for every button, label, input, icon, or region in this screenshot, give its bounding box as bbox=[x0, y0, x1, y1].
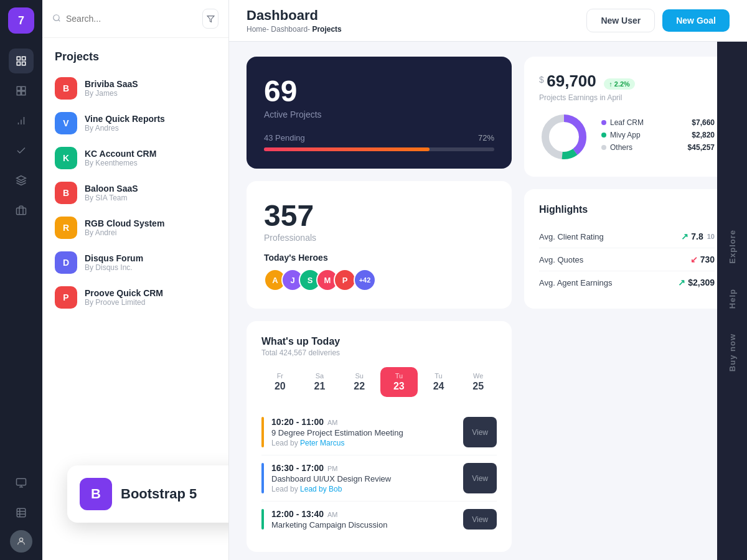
professionals-count: 357 bbox=[264, 198, 494, 233]
event-bar bbox=[261, 463, 264, 493]
highlight-label: Avg. Agent Earnings bbox=[539, 278, 613, 287]
svg-rect-13 bbox=[17, 478, 26, 485]
donut-section: Leaf CRM $7,660 Mivy App $2,820 Others $… bbox=[539, 112, 715, 162]
day-name: Tu bbox=[383, 372, 415, 380]
svg-rect-12 bbox=[17, 208, 26, 215]
nav-briefcase[interactable] bbox=[9, 198, 34, 223]
icon-sidebar: 7 bbox=[0, 0, 42, 560]
pending-label: 43 Pending bbox=[264, 133, 305, 142]
nav-check[interactable] bbox=[9, 138, 34, 163]
active-projects-card: 69 Active Projects 43 Pending 72% bbox=[247, 57, 512, 169]
svg-point-21 bbox=[54, 14, 59, 20]
svg-rect-4 bbox=[17, 86, 21, 90]
nav-chart[interactable] bbox=[9, 108, 34, 133]
header-right: New User New Goal bbox=[586, 9, 730, 32]
nav-dashboard[interactable] bbox=[9, 49, 34, 73]
event-time: 12:00 - 13:40 AM bbox=[271, 509, 456, 519]
calendar-day[interactable]: We 25 bbox=[459, 367, 497, 397]
project-name: Proove Quick CRM bbox=[85, 288, 163, 298]
svg-marker-11 bbox=[17, 176, 26, 181]
project-icon: K bbox=[55, 147, 77, 169]
app-badge[interactable]: 7 bbox=[8, 7, 34, 34]
project-item[interactable]: B Baloon SaaS By SIA Team bbox=[42, 175, 228, 210]
svg-rect-3 bbox=[22, 62, 26, 65]
trend-icon: ↗ bbox=[681, 231, 688, 241]
legend-name: Leaf CRM bbox=[610, 118, 644, 127]
project-item[interactable]: P Proove Quick CRM By Proove Limited bbox=[42, 280, 228, 315]
project-item[interactable]: B Briviba SaaS By James bbox=[42, 71, 228, 106]
nav-layers[interactable] bbox=[9, 168, 34, 193]
right-overlay: ExploreHelpBuy now bbox=[717, 42, 747, 560]
content-wrapper: 69 Active Projects 43 Pending 72% 3 bbox=[229, 42, 747, 560]
donut-chart bbox=[539, 112, 589, 162]
project-name: Briviba SaaS bbox=[85, 79, 138, 89]
new-user-button[interactable]: New User bbox=[586, 9, 655, 32]
nav-table[interactable] bbox=[9, 500, 34, 525]
day-name: We bbox=[462, 372, 494, 380]
schedule-card: What's up Today Total 424,567 deliveries… bbox=[247, 321, 512, 552]
project-item[interactable]: V Vine Quick Reports By Andres bbox=[42, 106, 228, 141]
nav-monitor[interactable] bbox=[9, 470, 34, 495]
calendar-day[interactable]: Tu 24 bbox=[420, 367, 458, 397]
project-item[interactable]: D Disqus Forum By Disqus Inc. bbox=[42, 245, 228, 280]
side-tab[interactable]: Help bbox=[720, 276, 745, 321]
legend-item: Others $45,257 bbox=[601, 143, 715, 152]
heroes-label: Today's Heroes bbox=[264, 253, 494, 263]
calendar-day[interactable]: Fr 20 bbox=[261, 367, 299, 397]
earnings-label: Projects Earnings in April bbox=[539, 93, 715, 102]
heroes-avatars: AJSMP+42 bbox=[264, 269, 494, 291]
event-view-button[interactable]: View bbox=[463, 509, 497, 530]
earnings-badge: ↑ 2.2% bbox=[604, 78, 635, 90]
new-goal-button[interactable]: New Goal bbox=[662, 9, 730, 32]
progress-bar bbox=[264, 147, 494, 151]
event-lead-link[interactable]: Lead by Bob bbox=[300, 485, 342, 493]
day-number: 22 bbox=[343, 381, 375, 392]
calendar-day[interactable]: Sa 21 bbox=[301, 367, 339, 397]
legend-value: $45,257 bbox=[688, 143, 715, 152]
highlights-list: Avg. Client Rating ↗ 7.810 Avg. Quotes ↙… bbox=[539, 225, 715, 294]
project-item[interactable]: K KC Account CRM By Keenthemes bbox=[42, 141, 228, 175]
event-bar bbox=[261, 509, 264, 530]
day-name: Fr bbox=[264, 372, 296, 380]
heroes-section: Today's Heroes AJSMP+42 bbox=[264, 253, 494, 291]
project-name: Disqus Forum bbox=[85, 253, 143, 263]
search-input[interactable] bbox=[66, 14, 197, 24]
search-bar bbox=[42, 0, 228, 38]
day-number: 25 bbox=[462, 381, 494, 392]
side-tabs: ExploreHelpBuy now bbox=[720, 217, 745, 384]
projects-title: Projects bbox=[42, 38, 228, 71]
schedule-subtitle: Total 424,567 deliveries bbox=[261, 348, 497, 357]
main-content: Dashboard Home- Dashboard- Projects New … bbox=[229, 0, 747, 560]
project-item[interactable]: R RGB Cloud System By Andrei bbox=[42, 210, 228, 245]
projects-sidebar: Projects B Briviba SaaS By James V Vine … bbox=[42, 0, 229, 560]
legend-value: $7,660 bbox=[692, 118, 715, 127]
project-by: By Andrei bbox=[85, 228, 164, 237]
side-tab[interactable]: Explore bbox=[720, 217, 745, 276]
legend-dot bbox=[601, 120, 606, 125]
project-info: Vine Quick Reports By Andres bbox=[85, 114, 165, 133]
earnings-card: $ 69,700 ↑ 2.2% Projects Earnings in Apr… bbox=[524, 57, 730, 177]
project-by: By Proove Limited bbox=[85, 298, 163, 307]
nav-grid[interactable] bbox=[9, 78, 34, 103]
user-avatar[interactable] bbox=[10, 530, 32, 553]
legend-dot bbox=[601, 145, 606, 150]
event-title: 9 Degree Project Estimation Meeting bbox=[271, 428, 456, 437]
calendar-day[interactable]: Su 22 bbox=[341, 367, 378, 397]
calendar-day[interactable]: Tu 23 bbox=[380, 367, 418, 397]
legend-item: Mivy App $2,820 bbox=[601, 131, 715, 139]
event-view-button[interactable]: View bbox=[463, 417, 497, 447]
svg-rect-1 bbox=[22, 57, 26, 60]
project-info: Disqus Forum By Disqus Inc. bbox=[85, 253, 143, 272]
filter-button[interactable] bbox=[202, 9, 218, 29]
event-lead-link[interactable]: Peter Marcus bbox=[300, 439, 344, 447]
event-view-button[interactable]: View bbox=[463, 463, 497, 493]
project-info: Proove Quick CRM By Proove Limited bbox=[85, 288, 163, 307]
side-tab[interactable]: Buy now bbox=[720, 321, 745, 384]
earnings-legend: Leaf CRM $7,660 Mivy App $2,820 Others $… bbox=[601, 118, 715, 156]
left-column: 69 Active Projects 43 Pending 72% 3 bbox=[247, 57, 512, 545]
svg-rect-6 bbox=[17, 91, 21, 95]
svg-line-22 bbox=[59, 19, 60, 21]
project-name: Baloon SaaS bbox=[85, 184, 138, 194]
breadcrumb: Home- Dashboard- Projects bbox=[247, 25, 342, 34]
event-title: Marketing Campaign Discussion bbox=[271, 520, 456, 530]
